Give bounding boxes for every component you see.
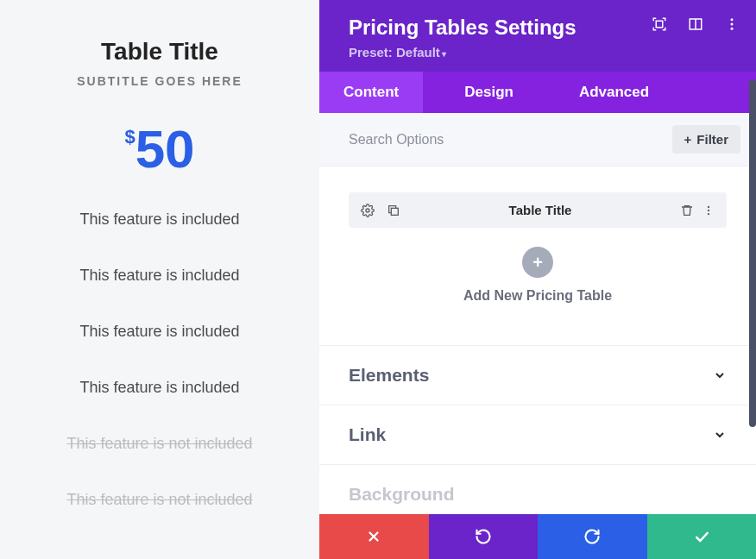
svg-point-10 xyxy=(708,212,709,214)
feature-item: This feature is included xyxy=(9,210,311,229)
panel-header: Pricing Tables Settings Preset: Default▾ xyxy=(319,0,756,72)
undo-icon xyxy=(475,528,492,545)
feature-item-excluded: This feature is not included xyxy=(9,435,311,453)
preview-title: Table Title xyxy=(9,38,311,66)
feature-item: This feature is included xyxy=(9,379,311,397)
tab-content[interactable]: Content xyxy=(319,72,423,113)
item-label: Table Title xyxy=(400,203,680,217)
settings-panel: Pricing Tables Settings Preset: Default▾… xyxy=(319,0,756,559)
accordion-label: Background xyxy=(349,484,455,505)
preset-selector[interactable]: Preset: Default▾ xyxy=(349,45,735,60)
undo-button[interactable] xyxy=(429,514,539,559)
trash-icon[interactable] xyxy=(680,204,694,217)
pricing-table-item[interactable]: Table Title xyxy=(349,192,727,228)
pricing-preview: Table Title SUBTITLE GOES HERE $50 This … xyxy=(0,0,319,559)
svg-point-6 xyxy=(366,209,369,212)
accordion-label: Elements xyxy=(349,365,429,386)
svg-rect-0 xyxy=(656,21,663,28)
duplicate-icon[interactable] xyxy=(387,204,400,217)
filter-label: Filter xyxy=(696,132,728,147)
svg-point-9 xyxy=(708,209,709,210)
chevron-down-icon xyxy=(713,428,727,442)
redo-icon xyxy=(583,528,601,545)
add-button[interactable]: + xyxy=(522,247,553,278)
accordion-elements[interactable]: Elements xyxy=(319,346,756,405)
search-input[interactable] xyxy=(349,132,672,148)
preview-price: $50 xyxy=(9,122,311,176)
preview-subtitle: SUBTITLE GOES HERE xyxy=(9,74,311,88)
svg-point-5 xyxy=(731,28,734,30)
feature-item: This feature is included xyxy=(9,267,311,285)
plus-icon: + xyxy=(684,132,692,147)
more-vertical-icon[interactable] xyxy=(723,16,740,33)
preset-label: Preset: Default xyxy=(349,45,440,60)
search-row: + Filter xyxy=(319,113,756,166)
svg-point-3 xyxy=(731,18,734,21)
panel-body: + Filter Table Title xyxy=(319,113,756,514)
close-icon xyxy=(366,529,381,544)
preview-features: This feature is included This feature is… xyxy=(9,210,311,509)
tabs: Content Design Advanced xyxy=(319,72,756,113)
cancel-button[interactable] xyxy=(319,514,429,559)
accordion-background[interactable]: Background xyxy=(319,465,756,512)
add-pricing-table: + Add New Pricing Table xyxy=(349,228,727,330)
confirm-button[interactable] xyxy=(647,514,757,559)
gear-icon[interactable] xyxy=(361,204,375,217)
add-label: Add New Pricing Table xyxy=(349,288,727,304)
accordion-label: Link xyxy=(349,424,386,445)
feature-item: This feature is included xyxy=(9,323,311,341)
tab-advanced[interactable]: Advanced xyxy=(555,72,673,113)
scrollbar[interactable] xyxy=(749,79,756,514)
svg-rect-7 xyxy=(391,208,398,215)
footer-actions xyxy=(319,514,756,559)
price-currency: $ xyxy=(124,126,135,148)
accordion: Elements Link Background xyxy=(319,345,756,512)
expand-icon[interactable] xyxy=(651,16,668,33)
tab-design[interactable]: Design xyxy=(440,72,538,113)
chevron-down-icon xyxy=(713,368,727,382)
more-vertical-icon[interactable] xyxy=(702,204,715,217)
accordion-link[interactable]: Link xyxy=(319,405,756,465)
filter-button[interactable]: + Filter xyxy=(672,125,740,154)
svg-point-4 xyxy=(731,23,734,26)
svg-point-8 xyxy=(708,205,709,207)
plus-icon: + xyxy=(532,253,543,273)
check-icon xyxy=(693,528,710,545)
feature-item-excluded: This feature is not included xyxy=(9,491,311,509)
price-amount: 50 xyxy=(135,119,195,179)
columns-icon[interactable] xyxy=(687,16,704,33)
content-section: Table Title + Add New Pricing Table xyxy=(319,166,756,345)
redo-button[interactable] xyxy=(538,514,647,559)
chevron-down-icon: ▾ xyxy=(442,49,446,59)
